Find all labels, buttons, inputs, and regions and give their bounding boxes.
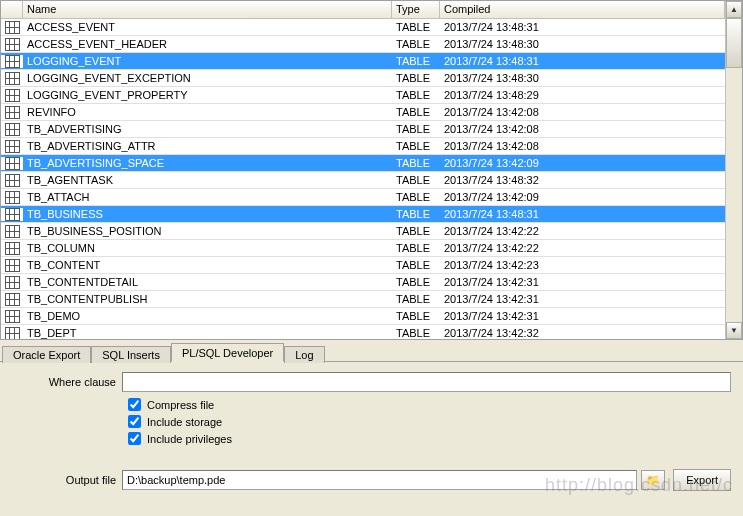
table-row[interactable]: TB_AGENTTASKTABLE2013/7/24 13:48:32 bbox=[1, 172, 725, 189]
table-icon bbox=[1, 276, 23, 289]
cell-name: LOGGING_EVENT bbox=[23, 54, 392, 68]
cell-compiled: 2013/7/24 13:42:22 bbox=[440, 224, 725, 238]
grid-icon bbox=[5, 327, 20, 340]
table-row[interactable]: TB_CONTENTTABLE2013/7/24 13:42:23 bbox=[1, 257, 725, 274]
table-icon bbox=[1, 140, 23, 153]
compress-file-label[interactable]: Compress file bbox=[147, 399, 214, 411]
cell-type: TABLE bbox=[392, 122, 440, 136]
cell-type: TABLE bbox=[392, 105, 440, 119]
include-privileges-checkbox[interactable] bbox=[128, 432, 141, 445]
output-file-input[interactable] bbox=[122, 470, 637, 490]
table-row[interactable]: TB_ATTACHTABLE2013/7/24 13:42:09 bbox=[1, 189, 725, 206]
scroll-down-button[interactable]: ▼ bbox=[726, 322, 742, 339]
grid-icon bbox=[5, 259, 20, 272]
object-table: Name Type Compiled ACCESS_EVENTTABLE2013… bbox=[0, 0, 743, 340]
table-row[interactable]: TB_DEPTTABLE2013/7/24 13:42:32 bbox=[1, 325, 725, 339]
table-row[interactable]: LOGGING_EVENTTABLE2013/7/24 13:48:31 bbox=[1, 53, 725, 70]
table-row[interactable]: TB_COLUMNTABLE2013/7/24 13:42:22 bbox=[1, 240, 725, 257]
cell-type: TABLE bbox=[392, 71, 440, 85]
tab-oracle-export[interactable]: Oracle Export bbox=[2, 346, 91, 363]
cell-name: REVINFO bbox=[23, 105, 392, 119]
where-clause-input[interactable] bbox=[122, 372, 731, 392]
cell-compiled: 2013/7/24 13:42:32 bbox=[440, 326, 725, 339]
cell-type: TABLE bbox=[392, 88, 440, 102]
cell-name: ACCESS_EVENT bbox=[23, 20, 392, 34]
cell-type: TABLE bbox=[392, 54, 440, 68]
grid-icon bbox=[5, 55, 20, 68]
table-row[interactable]: TB_ADVERTISING_SPACETABLE2013/7/24 13:42… bbox=[1, 155, 725, 172]
table-icon bbox=[1, 72, 23, 85]
table-icon bbox=[1, 293, 23, 306]
cell-type: TABLE bbox=[392, 292, 440, 306]
table-row[interactable]: ACCESS_EVENT_HEADERTABLE2013/7/24 13:48:… bbox=[1, 36, 725, 53]
cell-name: TB_DEPT bbox=[23, 326, 392, 339]
grid-icon bbox=[5, 140, 20, 153]
cell-type: TABLE bbox=[392, 37, 440, 51]
tab-sql-inserts[interactable]: SQL Inserts bbox=[91, 346, 171, 363]
output-file-label: Output file bbox=[12, 474, 122, 486]
cell-type: TABLE bbox=[392, 224, 440, 238]
tab-log[interactable]: Log bbox=[284, 346, 324, 363]
grid-icon bbox=[5, 38, 20, 51]
browse-file-button[interactable]: 📁 bbox=[641, 470, 665, 490]
column-header-type[interactable]: Type bbox=[392, 1, 440, 18]
table-icon bbox=[1, 38, 23, 51]
table-icon bbox=[1, 191, 23, 204]
table-row[interactable]: TB_CONTENTDETAILTABLE2013/7/24 13:42:31 bbox=[1, 274, 725, 291]
column-header-name[interactable]: Name bbox=[23, 1, 392, 18]
table-row[interactable]: TB_BUSINESSTABLE2013/7/24 13:48:31 bbox=[1, 206, 725, 223]
tab-plsql-developer[interactable]: PL/SQL Developer bbox=[171, 343, 284, 362]
grid-icon bbox=[5, 72, 20, 85]
cell-type: TABLE bbox=[392, 258, 440, 272]
cell-compiled: 2013/7/24 13:48:32 bbox=[440, 173, 725, 187]
grid-icon bbox=[5, 191, 20, 204]
grid-icon bbox=[5, 242, 20, 255]
vertical-scrollbar[interactable]: ▲ ▼ bbox=[725, 1, 742, 339]
cell-compiled: 2013/7/24 13:42:09 bbox=[440, 190, 725, 204]
scroll-up-button[interactable]: ▲ bbox=[726, 1, 742, 18]
cell-type: TABLE bbox=[392, 241, 440, 255]
cell-name: ACCESS_EVENT_HEADER bbox=[23, 37, 392, 51]
cell-compiled: 2013/7/24 13:48:31 bbox=[440, 207, 725, 221]
cell-compiled: 2013/7/24 13:42:08 bbox=[440, 122, 725, 136]
cell-name: TB_BUSINESS_POSITION bbox=[23, 224, 392, 238]
table-icon bbox=[1, 55, 23, 68]
compress-file-checkbox[interactable] bbox=[128, 398, 141, 411]
cell-name: TB_AGENTTASK bbox=[23, 173, 392, 187]
include-privileges-label[interactable]: Include privileges bbox=[147, 433, 232, 445]
include-storage-label[interactable]: Include storage bbox=[147, 416, 222, 428]
cell-type: TABLE bbox=[392, 173, 440, 187]
table-icon bbox=[1, 208, 23, 221]
grid-icon bbox=[5, 174, 20, 187]
table-icon bbox=[1, 89, 23, 102]
scroll-thumb[interactable] bbox=[726, 18, 742, 68]
table-icon bbox=[1, 123, 23, 136]
column-header-icon[interactable] bbox=[1, 1, 23, 18]
cell-compiled: 2013/7/24 13:42:08 bbox=[440, 105, 725, 119]
cell-compiled: 2013/7/24 13:48:29 bbox=[440, 88, 725, 102]
cell-name: TB_CONTENTPUBLISH bbox=[23, 292, 392, 306]
cell-name: TB_ADVERTISING bbox=[23, 122, 392, 136]
table-icon bbox=[1, 21, 23, 34]
export-button[interactable]: Export bbox=[673, 469, 731, 491]
table-icon bbox=[1, 310, 23, 323]
cell-compiled: 2013/7/24 13:48:31 bbox=[440, 54, 725, 68]
cell-name: TB_BUSINESS bbox=[23, 207, 392, 221]
table-row[interactable]: TB_ADVERTISING_ATTRTABLE2013/7/24 13:42:… bbox=[1, 138, 725, 155]
table-row[interactable]: LOGGING_EVENT_EXCEPTIONTABLE2013/7/24 13… bbox=[1, 70, 725, 87]
table-icon bbox=[1, 327, 23, 340]
cell-compiled: 2013/7/24 13:42:31 bbox=[440, 275, 725, 289]
cell-type: TABLE bbox=[392, 309, 440, 323]
column-header-compiled[interactable]: Compiled bbox=[440, 1, 725, 18]
table-icon bbox=[1, 157, 23, 170]
table-row[interactable]: LOGGING_EVENT_PROPERTYTABLE2013/7/24 13:… bbox=[1, 87, 725, 104]
table-row[interactable]: TB_ADVERTISINGTABLE2013/7/24 13:42:08 bbox=[1, 121, 725, 138]
table-row[interactable]: ACCESS_EVENTTABLE2013/7/24 13:48:31 bbox=[1, 19, 725, 36]
table-row[interactable]: TB_DEMOTABLE2013/7/24 13:42:31 bbox=[1, 308, 725, 325]
table-row[interactable]: TB_CONTENTPUBLISHTABLE2013/7/24 13:42:31 bbox=[1, 291, 725, 308]
include-storage-checkbox[interactable] bbox=[128, 415, 141, 428]
table-row[interactable]: TB_BUSINESS_POSITIONTABLE2013/7/24 13:42… bbox=[1, 223, 725, 240]
table-row[interactable]: REVINFOTABLE2013/7/24 13:42:08 bbox=[1, 104, 725, 121]
grid-icon bbox=[5, 106, 20, 119]
cell-name: TB_COLUMN bbox=[23, 241, 392, 255]
